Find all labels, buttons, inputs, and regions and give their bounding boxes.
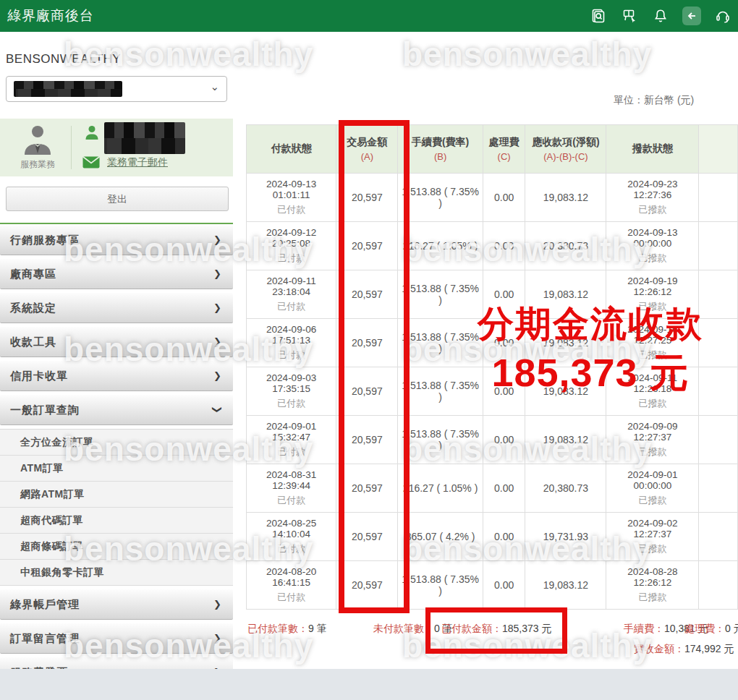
table-cell: 2024-08-31 12:39:44已付款 [247,464,336,513]
redacted-contact-name [104,122,185,154]
table-cell: 20,597 [336,222,398,270]
sidebar-menu-item[interactable]: 綠界帳戶管理❯ [0,589,233,620]
chevron-right-icon: ❯ [213,623,221,653]
watermark-text: bensonwealthy [402,35,652,74]
sidebar-item-label: 行銷服務專區 [10,225,80,255]
table-cell: 216.27 ( 1.05% ) [398,464,483,513]
sidebar-menu-item[interactable]: 收款工具❯ [0,327,233,357]
divider [71,126,72,169]
table-cell: 0.00 [483,561,525,610]
sidebar-submenu-item[interactable]: 全方位金流訂單 [0,430,233,456]
service-avatar: 服務業務 [19,124,56,171]
notification-bell-icon[interactable] [651,7,670,25]
topbar-icon-group [589,0,732,32]
logout-button[interactable]: 登出 [6,187,229,211]
chevron-right-icon: ❯ [213,327,221,357]
clipped-cell [699,222,738,270]
top-navbar: 綠界廠商後台 [0,0,738,32]
table-row: 2024-09-03 17:35:15已付款20,5971,513.88 ( 7… [247,367,738,416]
chevron-down-icon: ❯ [203,406,232,414]
table-cell: 20,597 [336,464,398,513]
table-cell: 20,380.73 [525,222,606,270]
table-cell: 19,083.12 [525,416,606,464]
table-cell: 20,597 [336,513,398,561]
summary-processing-fee: 處理費0 元 [684,623,738,636]
table-cell: 20,597 [336,561,398,610]
sidebar-submenu-item[interactable]: 超商代碼訂單 [0,508,233,534]
text-select-icon[interactable] [620,7,639,25]
sidebar-item-label: 訂單留言管理 [10,623,80,653]
clipped-cell [699,319,738,367]
table-cell: 2024-09-16 12:27:25已撥款 [606,319,699,367]
table-cell: 20,380.73 [525,464,606,513]
footer-strip [0,669,738,700]
table-row: 2024-09-01 15:32:47已付款20,5971,513.88 ( 7… [247,416,738,464]
table-cell: 2024-09-11 12:26:18已撥款 [606,367,699,416]
table-row: 2024-09-12 20:25:08已付款20,597216.27 ( 1.0… [247,222,738,270]
sidebar-menu-item[interactable]: 信用卡收單❯ [0,361,233,391]
currency-unit-label: 單位：新台幣 (元) [614,94,694,107]
table-cell: 19,083.12 [525,270,606,319]
table-cell: 2024-09-11 23:18:04已付款 [247,270,336,319]
sidebar-submenu-item[interactable]: 超商條碼訂單 [0,534,233,560]
sidebar-submenu-item[interactable]: ATM訂單 [0,456,233,482]
document-search-icon[interactable] [589,7,608,25]
clipped-cell [699,561,738,610]
table-cell: 20,597 [336,174,398,222]
table-header-row: 付款狀態交易金額(A)手續費(費率)(B)處理費(C)應收款項(淨額)(A)-(… [247,125,738,174]
table-cell: 19,731.93 [525,513,606,561]
sidebar-submenu-item[interactable]: 網路ATM訂單 [0,482,233,508]
column-header: 手續費(費率)(B) [398,125,483,174]
sidebar-item-label: 綠界帳戶管理 [10,589,80,619]
column-header: 撥款狀態 [606,125,699,174]
table-cell: 0.00 [483,416,525,464]
sidebar-menu-item[interactable]: 系統設定❯ [0,293,233,323]
table-cell: 1,513.88 ( 7.35% ) [398,367,483,416]
back-arrow-button[interactable] [682,7,701,25]
table-cell: 2024-09-02 12:27:37已撥款 [606,513,699,561]
clipped-cell [699,464,738,513]
customer-service-icon[interactable] [713,7,732,25]
table-cell: 2024-09-23 12:27:36已撥款 [606,174,699,222]
table-cell: 1,513.88 ( 7.35% ) [398,416,483,464]
chevron-down-icon: ⌄ [210,80,219,93]
table-cell: 1,513.88 ( 7.35% ) [398,561,483,610]
sidebar-menu-item[interactable]: 訂單留言管理❯ [0,623,233,654]
table-cell: 2024-08-20 16:41:15已付款 [247,561,336,610]
chevron-right-icon: ❯ [213,361,221,390]
chevron-right-icon: ❯ [213,225,221,255]
table-cell: 19,083.12 [525,319,606,367]
table-cell: 865.07 ( 4.2% ) [398,513,483,561]
table-cell: 0.00 [483,174,525,222]
table-cell: 0.00 [483,367,525,416]
table-cell: 19,083.12 [525,174,606,222]
store-select-dropdown[interactable]: ⌄ [6,76,227,102]
service-role-label: 服務業務 [19,158,56,171]
table-cell: 2024-09-19 12:26:12已撥款 [606,270,699,319]
table-row: 2024-08-25 14:10:04已付款20,597865.07 ( 4.2… [247,513,738,561]
summary-received-amount: 實收金額174,992 元 [634,643,734,656]
clipped-cell [699,270,738,319]
table-row: 2024-09-13 01:01:11已付款20,5971,513.88 ( 7… [247,174,738,222]
table-cell: 0.00 [483,222,525,270]
summary-paid-count: 已付款筆數9 筆 [247,623,327,636]
business-email-link[interactable]: 業務電子郵件 [107,156,168,169]
sidebar-menu-item[interactable]: 行銷服務專區❯ [0,225,233,255]
menu-top-divider [0,223,233,224]
table-cell: 2024-09-01 00:00:00已撥款 [606,464,699,513]
sidebar-item-label: 信用卡收單 [10,361,68,390]
sidebar-submenu-item[interactable]: 中租銀角零卡訂單 [0,560,233,586]
sidebar-item-label: 系統設定 [10,293,56,323]
chevron-right-icon: ❯ [213,259,221,289]
envelope-icon [82,156,100,171]
clipped-cell [699,174,738,222]
table-cell: 2024-08-25 14:10:04已付款 [247,513,336,561]
sidebar-item-label: 一般訂單查詢 [10,395,80,424]
table-cell: 2024-09-13 00:00:00已撥款 [606,222,699,270]
chevron-right-icon: ❯ [213,589,221,619]
sidebar-menu-item[interactable]: 廠商專區❯ [0,259,233,289]
table-cell: 20,597 [336,416,398,464]
sidebar-menu-item[interactable]: 一般訂單查詢❯ [0,395,233,425]
table-cell: 2024-09-09 12:27:37已撥款 [606,416,699,464]
table-cell: 20,597 [336,270,398,319]
